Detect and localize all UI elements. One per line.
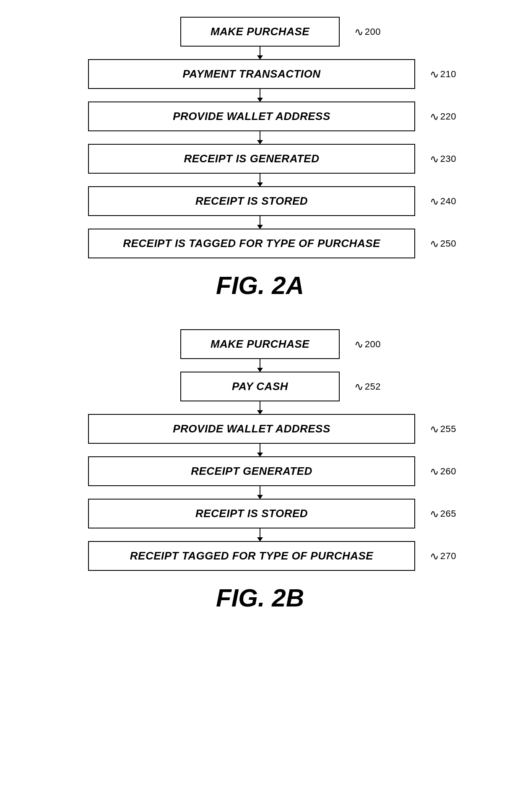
receipt-tagged-2b-label: RECEIPT TAGGED FOR TYPE OF PURCHASE bbox=[130, 549, 373, 562]
fig2a-row-0: MAKE PURCHASE ∿ 200 bbox=[88, 17, 432, 47]
provide-wallet-2b-label: PROVIDE WALLET ADDRESS bbox=[173, 422, 330, 435]
make-purchase-2b-ref: ∿ 200 bbox=[354, 338, 381, 351]
make-purchase-2a-ref: ∿ 200 bbox=[354, 25, 381, 38]
squiggle-icon: ∿ bbox=[430, 110, 439, 123]
fig2a-section: MAKE PURCHASE ∿ 200 PAYMENT TRANSACTION … bbox=[25, 17, 495, 321]
arrow-2-3-2a bbox=[260, 131, 261, 144]
squiggle-icon: ∿ bbox=[430, 422, 439, 435]
squiggle-icon: ∿ bbox=[430, 68, 439, 81]
arrow-1-2-2a bbox=[260, 89, 261, 102]
provide-wallet-2b-ref: ∿ 255 bbox=[430, 422, 456, 435]
fig2a-flow: MAKE PURCHASE ∿ 200 PAYMENT TRANSACTION … bbox=[88, 17, 432, 258]
pay-cash-box: PAY CASH ∿ 252 bbox=[180, 372, 340, 401]
fig2b-row-3: RECEIPT GENERATED ∿ 260 bbox=[88, 456, 432, 486]
receipt-tagged-2b-ref: ∿ 270 bbox=[430, 549, 456, 562]
fig2a-row-3: RECEIPT IS GENERATED ∿ 230 bbox=[88, 144, 432, 174]
squiggle-icon: ∿ bbox=[430, 507, 439, 520]
arrow-4-5-2a bbox=[260, 216, 261, 229]
receipt-generated-2b-box: RECEIPT GENERATED ∿ 260 bbox=[88, 456, 415, 486]
make-purchase-2b-box: MAKE PURCHASE ∿ 200 bbox=[180, 329, 340, 359]
provide-wallet-2b-box: PROVIDE WALLET ADDRESS ∿ 255 bbox=[88, 414, 415, 444]
fig2b-section: MAKE PURCHASE ∿ 200 PAY CASH ∿ 252 PRO bbox=[25, 329, 495, 633]
arrow-3-4-2a bbox=[260, 174, 261, 186]
arrow-2-3-2b bbox=[260, 444, 261, 456]
payment-transaction-ref: ∿ 210 bbox=[430, 68, 456, 81]
receipt-stored-2b-label: RECEIPT IS STORED bbox=[195, 507, 308, 520]
payment-transaction-box: PAYMENT TRANSACTION ∿ 210 bbox=[88, 59, 415, 89]
fig2b-row-0: MAKE PURCHASE ∿ 200 bbox=[88, 329, 432, 359]
receipt-stored-2a-label: RECEIPT IS STORED bbox=[195, 195, 308, 207]
fig2a-row-2: PROVIDE WALLET ADDRESS ∿ 220 bbox=[88, 102, 432, 131]
squiggle-icon: ∿ bbox=[430, 195, 439, 208]
fig2a-label: FIG. 2A bbox=[216, 271, 304, 300]
arrow-4-5-2b bbox=[260, 528, 261, 541]
fig2b-row-5: RECEIPT TAGGED FOR TYPE OF PURCHASE ∿ 27… bbox=[88, 541, 432, 571]
provide-wallet-2a-label: PROVIDE WALLET ADDRESS bbox=[173, 110, 330, 122]
receipt-stored-2a-box: RECEIPT IS STORED ∿ 240 bbox=[88, 186, 415, 216]
squiggle-icon: ∿ bbox=[430, 237, 439, 250]
receipt-generated-2b-label: RECEIPT GENERATED bbox=[191, 465, 312, 477]
fig2b-row-2: PROVIDE WALLET ADDRESS ∿ 255 bbox=[88, 414, 432, 444]
arrow-1-2-2b bbox=[260, 401, 261, 414]
receipt-tagged-2b-box: RECEIPT TAGGED FOR TYPE OF PURCHASE ∿ 27… bbox=[88, 541, 415, 571]
receipt-tagged-2a-label: RECEIPT IS TAGGED FOR TYPE OF PURCHASE bbox=[123, 237, 380, 250]
receipt-generated-2b-ref: ∿ 260 bbox=[430, 465, 456, 478]
arrow-0-1-2b bbox=[260, 359, 261, 372]
receipt-tagged-2a-box: RECEIPT IS TAGGED FOR TYPE OF PURCHASE ∿… bbox=[88, 229, 415, 258]
fig2a-row-5: RECEIPT IS TAGGED FOR TYPE OF PURCHASE ∿… bbox=[88, 229, 432, 258]
payment-transaction-label: PAYMENT TRANSACTION bbox=[182, 68, 320, 80]
squiggle-icon: ∿ bbox=[430, 152, 439, 165]
receipt-generated-2a-box: RECEIPT IS GENERATED ∿ 230 bbox=[88, 144, 415, 174]
fig2b-flow: MAKE PURCHASE ∿ 200 PAY CASH ∿ 252 PRO bbox=[88, 329, 432, 571]
make-purchase-2b-label: MAKE PURCHASE bbox=[211, 338, 309, 350]
provide-wallet-2a-box: PROVIDE WALLET ADDRESS ∿ 220 bbox=[88, 102, 415, 131]
provide-wallet-2a-ref: ∿ 220 bbox=[430, 110, 456, 123]
make-purchase-2a-label: MAKE PURCHASE bbox=[211, 25, 309, 38]
fig2b-label: FIG. 2B bbox=[216, 583, 304, 612]
fig2b-row-4: RECEIPT IS STORED ∿ 265 bbox=[88, 499, 432, 528]
receipt-stored-2b-box: RECEIPT IS STORED ∿ 265 bbox=[88, 499, 415, 528]
squiggle-icon: ∿ bbox=[354, 380, 364, 393]
receipt-generated-2a-label: RECEIPT IS GENERATED bbox=[184, 152, 319, 165]
squiggle-icon: ∿ bbox=[430, 465, 439, 478]
pay-cash-label: PAY CASH bbox=[232, 380, 288, 393]
receipt-tagged-2a-ref: ∿ 250 bbox=[430, 237, 456, 250]
receipt-generated-2a-ref: ∿ 230 bbox=[430, 152, 456, 165]
fig2b-row-1: PAY CASH ∿ 252 bbox=[88, 372, 432, 401]
squiggle-icon: ∿ bbox=[430, 549, 439, 562]
receipt-stored-2a-ref: ∿ 240 bbox=[430, 195, 456, 208]
fig2a-row-1: PAYMENT TRANSACTION ∿ 210 bbox=[88, 59, 432, 89]
squiggle-icon: ∿ bbox=[354, 25, 364, 38]
pay-cash-ref: ∿ 252 bbox=[354, 380, 381, 393]
arrow-3-4-2b bbox=[260, 486, 261, 499]
fig2a-row-4: RECEIPT IS STORED ∿ 240 bbox=[88, 186, 432, 216]
make-purchase-2a-box: MAKE PURCHASE ∿ 200 bbox=[180, 17, 340, 47]
arrow-0-1-2a bbox=[260, 47, 261, 59]
squiggle-icon: ∿ bbox=[354, 338, 364, 351]
receipt-stored-2b-ref: ∿ 265 bbox=[430, 507, 456, 520]
